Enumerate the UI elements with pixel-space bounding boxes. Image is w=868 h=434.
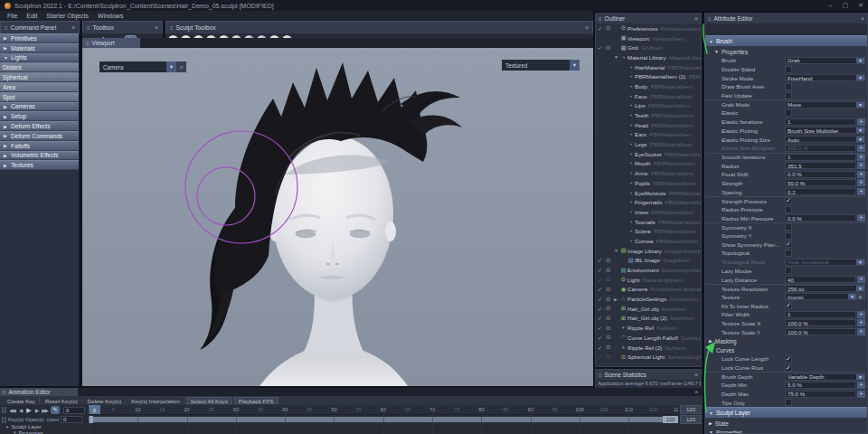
command-item-textures[interactable]: ▶Textures [0,160,79,170]
field-focal-shift[interactable]: 0.0 % [785,171,856,178]
outliner-item-hair-girl-obj[interactable]: ✓⊙⊞Hair_Girl.obj : MeshItem [596,304,701,314]
checkbox-symmetry-x[interactable] [785,223,792,231]
anim-menu-create-key[interactable]: Create Key [4,397,40,404]
chevron-down-icon[interactable]: ▼ [856,259,864,265]
tab-command-panel[interactable]: ≡ Command Panel × [0,21,80,33]
subsection-properties[interactable]: ▼Properties [705,428,867,433]
eye-icon[interactable]: ⊙ [606,334,614,341]
close-button[interactable]: ✕ [858,0,863,11]
track-value-field[interactable]: 0 [61,416,82,423]
outliner-item-fingernails[interactable]: ◔Fingernails : PBRMaterialItem [596,197,701,207]
close-icon[interactable]: × [71,24,75,31]
checkbox-draw-brush-axes[interactable] [785,83,792,90]
panel-grip[interactable] [2,417,6,423]
current-frame-field[interactable]: 0 [63,407,85,414]
outliner-item-sclera[interactable]: ◔Sclera : PBRMaterialItem [596,226,701,236]
outliner-item-viewport[interactable]: ▣Viewport : ViewportItem [596,33,701,43]
outliner-item-irises[interactable]: ◔Irises : PBRMaterialItem [596,207,701,217]
field-texture-scale-x[interactable]: 100.0 % [785,319,856,326]
attribute-editor-header[interactable]: ≡ Attribute Editor × [705,14,867,24]
visibility-check[interactable]: ✓ [598,315,606,321]
outliner-item-lips[interactable]: ◔Lips : PBRMaterialItem [596,101,701,111]
shading-mode-selector[interactable]: Textured ▼ [502,60,580,71]
outliner-item-arms[interactable]: ◔Arms : PBRMaterialItem [596,168,701,178]
track-bar[interactable]: 120 [89,416,678,423]
chevron-down-icon[interactable]: ▼ [856,127,864,133]
visibility-check[interactable]: ✓ [598,44,606,51]
outliner-item-hairmaterial[interactable]: ◔HairMaterial : PBRMaterialItem [596,62,701,72]
section-header-sculpt-layer[interactable]: ▼Sculpt Layer [705,407,867,418]
menu-edit[interactable]: Edit [22,13,42,19]
track-start-key[interactable] [89,416,93,423]
outliner-item-particlesettings[interactable]: ✓⊙▶∴ParticleSettings : CurvesItem [596,294,701,304]
eye-icon[interactable]: ⊙ [606,296,614,303]
visibility-check[interactable]: ✓ [598,344,606,351]
command-item-setup[interactable]: ▶Setup [0,111,79,121]
outliner-item-ripple-ref-2[interactable]: ✓⊙+Ripple Ref (2) : NullItem [596,343,701,353]
outliner-item-hair-girl-obj-2[interactable]: ✓⊙⊞Hair_Girl.obj (2) : MeshItem [596,314,701,324]
outliner-item-eyemoisture[interactable]: ◔EyeMoisture : PBRMaterialItem [596,188,701,198]
checkbox-elastic[interactable] [785,109,792,117]
outliner-item-image-library[interactable]: ▼▤Image Library : ImageLibraryItem [596,246,701,256]
checkbox-lock-curve-length[interactable]: ✓ [785,355,792,363]
subsection-curves[interactable]: ▼Curves [705,345,867,354]
field-spacing[interactable]: 0.2 [785,188,856,195]
spinner-radius-min-pressure[interactable]: + [857,214,865,222]
minimize-button[interactable]: – [829,0,833,11]
visibility-check[interactable]: ✓ [598,325,606,331]
outliner-item-ripple-ref[interactable]: ✓⊙+Ripple Ref : NullItem [596,323,701,333]
chevron-down-icon[interactable]: ▼ [848,294,856,299]
visibility-check[interactable]: ✓ [598,25,606,32]
checkbox-fast-update[interactable] [785,92,792,99]
playhead[interactable]: 0 [89,405,100,415]
outliner-item-toenails[interactable]: ◔Toenails : PBRMaterialItem [596,217,701,227]
close-icon[interactable]: × [694,388,703,396]
checkbox-lazy-mouse[interactable] [785,267,792,274]
command-item-primitives[interactable]: ▶Primitives [0,33,79,43]
maximize-button[interactable]: ▢ [843,0,849,11]
camera-selector[interactable]: Camera ▼ × [99,61,186,72]
field-radius-min-pressure[interactable]: 0.0 % [785,214,856,222]
field-depth-min[interactable]: 5.0 % [785,382,856,389]
dropdown-brush-depth[interactable]: Variable Depth▼ [785,373,865,381]
field-lazy-distance[interactable]: 40 [785,276,856,283]
field-depth-max[interactable]: 75.0 % [785,391,856,398]
play-button[interactable]: ▶ [24,407,33,414]
auto-key-button[interactable]: ✎ [51,406,60,414]
chevron-down-icon[interactable]: ▼ [856,102,864,108]
outliner-item-ears[interactable]: ◔Ears : PBRMaterialItem [596,130,701,140]
command-item-spherical[interactable]: Spherical [0,72,79,82]
command-item-cameras[interactable]: ▶Cameras [0,102,79,112]
anim-menu-key-s-interpolation[interactable]: Key(s) Interpolation [127,397,184,404]
spinner-spacing[interactable]: + [857,188,865,195]
field-strength[interactable]: 50.0 % [785,179,856,186]
close-icon[interactable]: × [176,61,186,72]
field-texture-scale-y[interactable]: 100.0 % [785,328,856,335]
command-item-deform-commands[interactable]: ▶Deform Commands [0,131,79,141]
chevron-down-icon[interactable]: ▼ [856,58,864,63]
close-icon[interactable]: × [694,372,698,378]
outliner-item-material-library[interactable]: ▼◔Material Library : MaterialLibraryItem [596,52,701,62]
spinner-texture-scale-y[interactable]: + [857,328,865,335]
eye-icon[interactable]: ⊙ [606,44,614,52]
tab-sculpt-toolbox[interactable]: ≡ Sculpt Toolbox × [165,21,593,33]
outliner-item-teeth[interactable]: ◔Teeth : PBRMaterialItem [596,110,701,120]
outliner-item-preferences[interactable]: ✓⊙⚙Preferences : PreferencesItem [596,24,701,33]
outliner-item-ibl-image[interactable]: ✓⊙▤IBL Image : ImageItem [596,256,701,266]
outliner-item-curve-length-falloff[interactable]: ✓⊙◠Curve Length Falloff : CurveLengthFal… [596,333,701,343]
menu-windows[interactable]: Windows [93,13,127,19]
next-frame-button[interactable]: ▶ [33,408,41,413]
spinner-radius[interactable]: + [857,162,865,169]
chevron-down-icon[interactable]: ▼ [856,75,864,80]
eye-icon[interactable]: ⊙ [606,305,614,312]
spinner-depth-min[interactable]: + [857,382,865,389]
command-item-volumetric-effects[interactable]: ▶Volumetric Effects [0,151,79,161]
spinner-focal-shift[interactable]: + [857,171,865,178]
visibility-check[interactable]: ✓ [598,286,606,292]
visibility-check[interactable]: ✓ [598,335,606,341]
command-item-materials[interactable]: ▶Materials [0,43,79,53]
viewport-canvas[interactable]: Camera ▼ × Textured ▼ [82,48,593,386]
anim-row-properties[interactable]: ▼Properties [0,430,703,434]
anim-menu-playback-fps[interactable]: Playback FPS [234,397,278,404]
spinner-elastic-size-multiplier[interactable]: + [857,145,865,152]
